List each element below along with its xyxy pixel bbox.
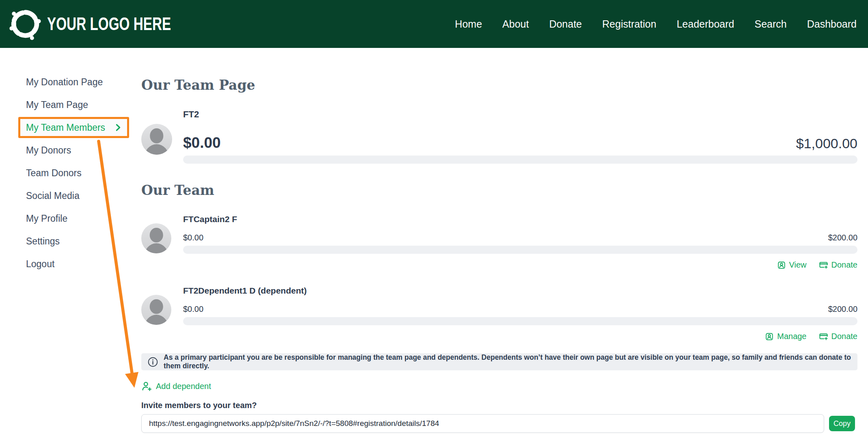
invite-url-row: Copy — [141, 414, 857, 433]
team-name: FT2 — [183, 109, 857, 120]
member-progress-bar — [183, 246, 857, 254]
person-plus-icon — [141, 381, 152, 392]
sidebar-item-my-donors[interactable]: My Donors — [0, 139, 130, 162]
team-member-row: FTCaptain2 F $0.00 $200.00 View — [141, 214, 857, 270]
member-progress-bar — [183, 317, 857, 325]
sidebar-item-my-profile[interactable]: My Profile — [0, 207, 130, 230]
manage-label: Manage — [777, 332, 806, 341]
nav-leaderboard[interactable]: Leaderboard — [677, 18, 734, 30]
nav-registration[interactable]: Registration — [602, 18, 656, 30]
member-goal-amount: $200.00 — [828, 305, 857, 314]
nav-dashboard[interactable]: Dashboard — [807, 18, 857, 30]
member-avatar — [141, 295, 171, 325]
sidebar-item-social-media[interactable]: Social Media — [0, 184, 130, 207]
invite-url-input[interactable] — [141, 414, 824, 433]
info-icon — [147, 357, 158, 367]
logo-swirl-icon — [8, 7, 42, 41]
copy-button[interactable]: Copy — [829, 416, 855, 431]
team-progress-bar — [183, 156, 857, 164]
team-raised-amount: $0.00 — [183, 134, 221, 151]
nav-home[interactable]: Home — [455, 18, 482, 30]
credit-card-plus-icon — [819, 332, 828, 341]
add-dependent-label: Add dependent — [156, 382, 211, 391]
main-content: Our Team Page FT2 $0.00 $1,000.00 Our Te… — [130, 48, 868, 433]
nav-about[interactable]: About — [502, 18, 529, 30]
member-goal-amount: $200.00 — [828, 233, 857, 242]
donate-to-member-link[interactable]: Donate — [819, 332, 858, 341]
team-member-row: FT2Dependent1 D (dependent) $0.00 $200.0… — [141, 286, 857, 341]
id-badge-icon — [765, 332, 774, 341]
manage-member-link[interactable]: Manage — [765, 332, 806, 341]
nav-search[interactable]: Search — [754, 18, 786, 30]
top-navigation: Home About Donate Registration Leaderboa… — [455, 18, 857, 30]
sidebar-item-logout[interactable]: Logout — [0, 253, 130, 275]
nav-donate[interactable]: Donate — [549, 18, 582, 30]
dashboard-sidebar: My Donation Page My Team Page My Team Me… — [0, 48, 130, 433]
sidebar-item-my-donation-page[interactable]: My Donation Page — [0, 71, 130, 93]
credit-card-plus-icon — [819, 260, 828, 270]
member-raised-amount: $0.00 — [183, 305, 203, 314]
member-avatar — [141, 223, 171, 253]
sidebar-item-label: My Team Members — [26, 122, 105, 133]
sidebar-item-settings[interactable]: Settings — [0, 230, 130, 253]
sidebar-item-my-team-page[interactable]: My Team Page — [0, 93, 130, 116]
team-section-title: Our Team — [141, 182, 857, 198]
annotation-highlight-box: My Team Members — [18, 117, 129, 138]
page-title: Our Team Page — [141, 77, 857, 93]
team-goal-amount: $1,000.00 — [796, 136, 857, 151]
logo-link[interactable]: YOUR LOGO HERE — [8, 7, 215, 41]
logo-text: YOUR LOGO HERE — [47, 13, 171, 35]
chevron-right-icon — [114, 123, 123, 132]
sidebar-item-my-team-members[interactable]: My Team Members — [20, 119, 127, 136]
member-name: FTCaptain2 F — [183, 214, 857, 224]
view-label: View — [789, 260, 807, 270]
member-raised-amount: $0.00 — [183, 233, 203, 242]
donate-to-member-link[interactable]: Donate — [819, 260, 858, 270]
team-hero-card: FT2 $0.00 $1,000.00 — [141, 109, 857, 164]
id-badge-icon — [777, 261, 786, 270]
invite-question: Invite members to your team? — [141, 401, 857, 410]
donate-label: Donate — [831, 332, 858, 341]
view-member-link[interactable]: View — [777, 260, 807, 270]
team-avatar — [141, 124, 172, 155]
top-header: YOUR LOGO HERE Home About Donate Registr… — [0, 0, 868, 48]
add-dependent-link[interactable]: Add dependent — [141, 381, 211, 392]
primary-participant-notice: As a primary participant you are be resp… — [141, 353, 857, 370]
member-name: FT2Dependent1 D (dependent) — [183, 286, 857, 296]
notice-text: As a primary participant you are be resp… — [164, 353, 851, 370]
donate-label: Donate — [831, 260, 858, 270]
sidebar-item-team-donors[interactable]: Team Donors — [0, 162, 130, 184]
